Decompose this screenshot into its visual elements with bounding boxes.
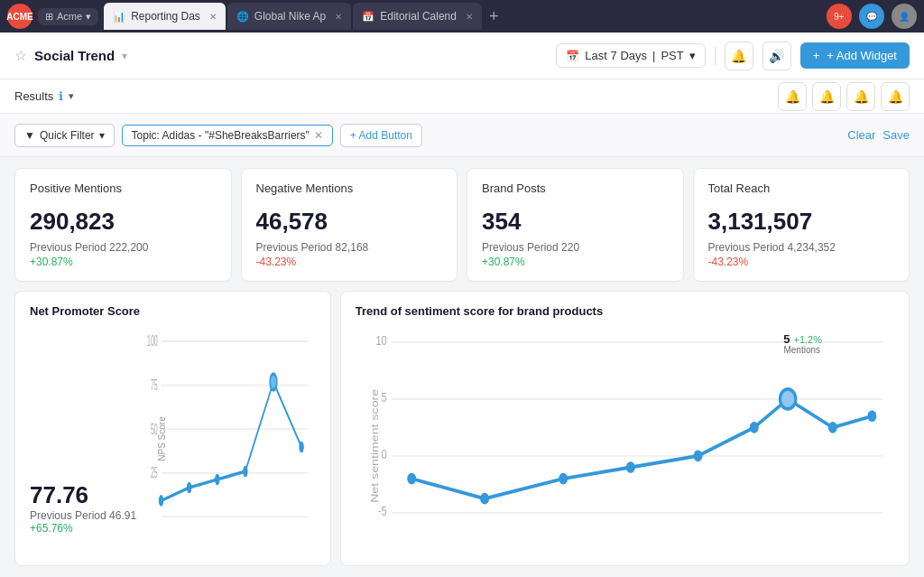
metrics-row: Positive Mentions 290,823 Previous Perio… [14, 168, 910, 282]
svg-point-23 [407, 473, 416, 485]
header-divider [715, 47, 716, 65]
favorite-icon[interactable]: ☆ [14, 47, 27, 64]
browser-actions: 9+ 💬 👤 [827, 4, 917, 29]
new-tab-button[interactable]: + [484, 7, 504, 26]
tab-reporting-das[interactable]: 📊 Reporting Das ✕ [104, 3, 226, 30]
sentiment-chart-svg: 10 5 0 -5 [356, 325, 894, 553]
sentiment-chart-title: Trend of sentiment score for brand produ… [356, 304, 894, 318]
results-info-icon[interactable]: ℹ [59, 89, 63, 103]
workspace-selector[interactable]: ⊞ Acme ▾ [38, 8, 98, 25]
toolbar-icon-btn-2[interactable]: 🔔 [812, 82, 841, 111]
svg-text:Net sentiment score: Net sentiment score [368, 389, 380, 503]
filter-bar: ▼ Quick Filter ▾ Topic: Adidas - "#SheBr… [0, 114, 924, 157]
svg-text:100: 100 [147, 333, 158, 349]
svg-point-10 [187, 482, 191, 494]
add-button-btn[interactable]: + Add Button [340, 124, 422, 147]
filter-tag-text: Topic: Adidas - "#SheBreaksBarriers" [132, 129, 310, 142]
metric-prev-3: Previous Period 4,234,352 [708, 241, 895, 254]
metric-change-0: +30.87% [30, 256, 217, 268]
peak-change: +1.2% [794, 334, 823, 345]
svg-point-29 [780, 389, 795, 409]
tab-global-nike[interactable]: 🌐 Global Nike Ap ✕ [227, 3, 351, 30]
active-filter-tag[interactable]: Topic: Adidas - "#SheBreaksBarriers" ✕ [122, 125, 333, 146]
clear-button[interactable]: Clear [847, 128, 875, 142]
title-chevron-icon[interactable]: ▾ [122, 50, 127, 62]
metric-value-0: 290,823 [30, 208, 217, 236]
metric-value-3: 3,131,507 [708, 208, 895, 236]
svg-text:10: 10 [375, 333, 386, 349]
toolbar-icon-btn-4[interactable]: 🔔 [881, 82, 910, 111]
tab-icon-2: 🌐 [236, 11, 249, 23]
date-filter-button[interactable]: 📅 Last 7 Days | PST ▾ [556, 43, 705, 68]
nps-change: +65.76% [30, 522, 136, 535]
browser-tabs: 📊 Reporting Das ✕ 🌐 Global Nike Ap ✕ 📅 E… [104, 3, 821, 30]
filter-actions: Clear Save [847, 128, 910, 142]
tab-editorial[interactable]: 📅 Editorial Calend ✕ [353, 3, 482, 30]
nps-chart-title: Net Promoter Score [30, 304, 316, 318]
add-widget-button[interactable]: + + Add Widget [800, 42, 910, 69]
results-label: Results [14, 89, 53, 103]
svg-point-28 [749, 422, 758, 433]
toolbar-icon-btn-3[interactable]: 🔔 [846, 82, 875, 111]
tab-close-3[interactable]: ✕ [466, 12, 473, 22]
quick-filter-label: Quick Filter [40, 129, 95, 142]
tab-label-2: Global Nike Ap [254, 10, 326, 23]
metric-card-negative-mentions: Negative Mentions 46,578 Previous Period… [241, 168, 458, 282]
page-title: Social Trend [34, 48, 115, 63]
tab-close-2[interactable]: ✕ [335, 12, 342, 22]
svg-point-26 [626, 461, 635, 473]
workspace-grid-icon: ⊞ [45, 11, 53, 23]
nps-value: 77.76 [30, 481, 136, 509]
secondary-toolbar: Results ℹ ▾ 🔔 🔔 🔔 🔔 [0, 79, 924, 114]
svg-text:75: 75 [151, 377, 158, 394]
tab-label-3: Editorial Calend [380, 10, 457, 23]
metric-value-2: 354 [482, 208, 669, 236]
metric-prev-1: Previous Period 82,168 [256, 241, 443, 254]
svg-point-31 [867, 411, 876, 423]
notification-badge[interactable]: 9+ [827, 4, 852, 29]
svg-point-11 [215, 474, 219, 486]
nps-chart-card: Net Promoter Score 77.76 Previous Period… [14, 291, 331, 566]
filter-tag-close-icon[interactable]: ✕ [314, 129, 323, 142]
user-avatar[interactable]: 👤 [892, 4, 917, 29]
svg-point-25 [559, 473, 568, 485]
metric-card-brand-posts: Brand Posts 354 Previous Period 220 +30.… [467, 168, 684, 282]
metric-title-3: Total Reach [708, 181, 895, 195]
nps-prev: Previous Period 46.91 [30, 509, 136, 522]
metric-change-2: +30.87% [482, 256, 669, 268]
save-button[interactable]: Save [882, 128, 910, 142]
metric-change-3: -43.23% [708, 256, 895, 268]
timezone-chevron-icon: ▾ [689, 49, 696, 62]
svg-point-14 [299, 442, 303, 453]
app-header: ☆ Social Trend ▾ 📅 Last 7 Days | PST ▾ 🔔… [0, 33, 924, 79]
peak-annotation: 5 +1.2% [783, 332, 822, 346]
metric-title-1: Negative Mentions [256, 181, 443, 195]
metric-prev-2: Previous Period 220 [482, 241, 669, 254]
bell-button-1[interactable]: 🔔 [725, 42, 753, 70]
tab-close-1[interactable]: ✕ [209, 12, 217, 22]
add-widget-label: + Add Widget [827, 49, 897, 62]
results-chevron-icon[interactable]: ▾ [69, 90, 74, 102]
browser-logo: ACME [7, 4, 32, 29]
calendar-icon: 📅 [566, 50, 579, 62]
svg-text:25: 25 [151, 465, 158, 481]
svg-text:5: 5 [381, 390, 386, 405]
quick-filter-button[interactable]: ▼ Quick Filter ▾ [14, 124, 115, 147]
app-content: ☆ Social Trend ▾ 📅 Last 7 Days | PST ▾ 🔔… [0, 33, 924, 577]
toolbar-icons: 🔔 🔔 🔔 🔔 [778, 82, 910, 111]
svg-point-27 [693, 451, 702, 462]
toolbar-icon-btn-1[interactable]: 🔔 [778, 82, 807, 111]
nps-y-axis-label: NPS Score [157, 416, 167, 461]
speaker-button[interactable]: 🔊 [762, 42, 791, 70]
workspace-label: Acme [57, 11, 82, 22]
charts-row: Net Promoter Score 77.76 Previous Period… [14, 291, 910, 566]
peak-value: 5 [783, 332, 790, 346]
chat-badge[interactable]: 💬 [859, 4, 884, 29]
metric-change-1: -43.23% [256, 256, 443, 268]
filter-funnel-icon: ▼ [24, 129, 35, 142]
header-left: ☆ Social Trend ▾ [14, 47, 127, 64]
tab-icon-3: 📅 [362, 11, 374, 23]
browser-chrome: ACME ⊞ Acme ▾ 📊 Reporting Das ✕ 🌐 Global… [0, 0, 924, 33]
tab-label-1: Reporting Das [131, 10, 200, 23]
add-widget-icon: + [813, 49, 820, 62]
